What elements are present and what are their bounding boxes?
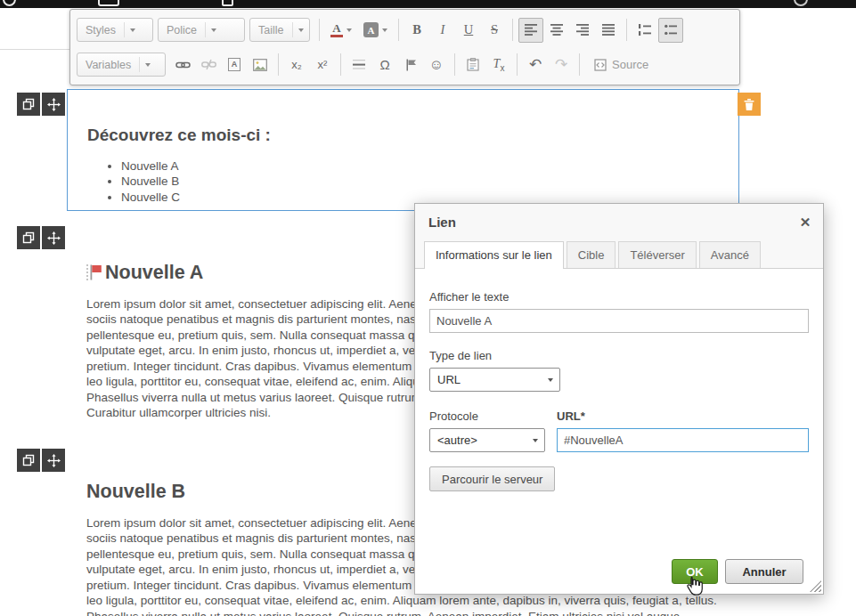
align-right-button[interactable] xyxy=(570,18,595,43)
underline-button[interactable]: U xyxy=(456,18,481,43)
align-left-button[interactable] xyxy=(518,18,543,43)
chevron-down-icon xyxy=(139,57,151,72)
source-button[interactable]: Source xyxy=(585,53,657,77)
content-block-intro[interactable]: Découvrez ce mois-ci : Nouvelle A Nouvel… xyxy=(67,89,739,211)
background-color-button[interactable]: A xyxy=(358,18,393,43)
numbered-list-button[interactable] xyxy=(632,18,657,43)
font-combo[interactable]: Police xyxy=(158,18,245,42)
app-logo-icon xyxy=(3,0,16,6)
source-button-label: Source xyxy=(612,58,648,71)
move-block-handle[interactable] xyxy=(42,93,65,116)
horizontal-rule-button[interactable] xyxy=(346,53,371,77)
help-icon[interactable] xyxy=(794,0,808,6)
block-heading: Découvrez ce mois-ci : xyxy=(87,126,719,145)
strikethrough-button[interactable]: S xyxy=(482,18,507,43)
styles-combo[interactable]: Styles xyxy=(77,18,153,42)
smiley-button[interactable]: ☺ xyxy=(424,53,449,77)
text-color-icon: A xyxy=(330,22,343,37)
toolbar-separator xyxy=(512,19,513,41)
toolbar-row-2: Variables A x₂ x² Ω xyxy=(77,47,733,82)
duplicate-icon xyxy=(22,231,35,244)
remove-format-icon: Tx xyxy=(493,56,505,73)
superscript-button[interactable]: x² xyxy=(310,53,335,77)
numbered-list-icon xyxy=(639,24,652,36)
duplicate-block-button[interactable] xyxy=(17,93,40,116)
tab-upload[interactable]: Téléverser xyxy=(618,241,696,268)
bold-button[interactable]: B xyxy=(404,18,429,43)
image-icon xyxy=(253,59,267,71)
dialog-title: Lien xyxy=(428,215,456,230)
move-block-handle[interactable] xyxy=(42,449,65,472)
chevron-down-icon xyxy=(382,28,387,32)
source-icon xyxy=(594,59,607,71)
block3-handles xyxy=(17,449,65,472)
align-center-button[interactable] xyxy=(544,18,569,43)
close-icon[interactable]: ✕ xyxy=(795,212,816,233)
toolbar-separator xyxy=(319,19,320,41)
undo-button[interactable]: ↶ xyxy=(523,53,548,77)
article-heading-text: Nouvelle B xyxy=(86,481,185,503)
browse-server-button[interactable]: Parcourir le serveur xyxy=(429,466,555,491)
toolbar-separator xyxy=(579,53,580,76)
special-character-button[interactable]: Ω xyxy=(372,53,397,77)
paste-button[interactable] xyxy=(461,53,485,77)
text-field-button[interactable]: A xyxy=(222,53,247,77)
move-block-handle[interactable] xyxy=(42,226,65,249)
justify-button[interactable] xyxy=(596,18,621,43)
variables-combo[interactable]: Variables xyxy=(77,53,166,77)
link-type-value: URL xyxy=(437,373,461,386)
duplicate-block-button[interactable] xyxy=(17,226,40,249)
protocol-value: <autre> xyxy=(437,434,477,447)
ok-button[interactable]: OK xyxy=(672,559,718,584)
display-text-input[interactable] xyxy=(429,309,809,333)
link-icon xyxy=(175,60,191,70)
delete-block-button[interactable] xyxy=(738,93,761,116)
size-combo-label: Taille xyxy=(258,24,292,36)
size-combo[interactable]: Taille xyxy=(249,18,310,42)
variables-combo-label: Variables xyxy=(86,59,139,71)
horizontal-rule-icon xyxy=(353,59,366,70)
page-divider xyxy=(0,49,69,50)
url-input[interactable] xyxy=(557,428,809,452)
chevron-down-icon xyxy=(292,22,304,37)
move-icon xyxy=(47,454,61,467)
tab-advanced[interactable]: Avancé xyxy=(699,241,761,268)
display-text-label: Afficher le texte xyxy=(429,290,809,304)
link-button[interactable] xyxy=(170,53,195,77)
cancel-button[interactable]: Annuler xyxy=(725,559,803,584)
subscript-button[interactable]: x₂ xyxy=(284,53,309,77)
align-center-icon xyxy=(550,24,564,36)
bullet-list-button[interactable] xyxy=(658,18,683,43)
protocol-url-row: Protocole <autre> URL* xyxy=(429,409,809,452)
remove-format-button[interactable]: Tx xyxy=(486,53,511,77)
url-field: URL* xyxy=(557,409,809,452)
redo-button[interactable]: ↷ xyxy=(549,53,574,77)
toolbar-separator xyxy=(517,53,518,76)
tab-target[interactable]: Cible xyxy=(567,241,616,268)
text-color-button[interactable]: A xyxy=(325,18,357,43)
protocol-select[interactable]: <autre> xyxy=(429,428,545,452)
list-item: Nouvelle B xyxy=(121,174,738,189)
trash-icon xyxy=(743,98,755,111)
duplicate-block-button[interactable] xyxy=(17,449,40,472)
anchor-button[interactable] xyxy=(398,53,423,77)
select-arrow-icon xyxy=(548,378,553,382)
toolbar-separator xyxy=(340,53,341,76)
editor-toolbar: Styles Police Taille A A B xyxy=(69,9,740,85)
styles-combo-label: Styles xyxy=(86,24,124,36)
link-type-select[interactable]: URL xyxy=(429,368,560,392)
background-color-icon: A xyxy=(363,22,379,37)
duplicate-icon xyxy=(22,98,35,110)
link-type-label: Type de lien xyxy=(429,349,809,362)
tab-link-info[interactable]: Informations sur le lien xyxy=(424,241,564,269)
block1-handles xyxy=(17,93,65,116)
unlink-button[interactable] xyxy=(196,53,221,77)
dialog-header[interactable]: Lien ✕ xyxy=(415,204,823,239)
article-heading-text: Nouvelle A xyxy=(105,262,203,284)
italic-button[interactable]: I xyxy=(430,18,455,43)
link-dialog: Lien ✕ Informations sur le lien Cible Té… xyxy=(414,203,824,595)
window-icon[interactable] xyxy=(98,0,119,6)
image-button[interactable] xyxy=(248,53,273,77)
url-label: URL* xyxy=(557,409,809,423)
panel-icon[interactable] xyxy=(222,0,233,6)
